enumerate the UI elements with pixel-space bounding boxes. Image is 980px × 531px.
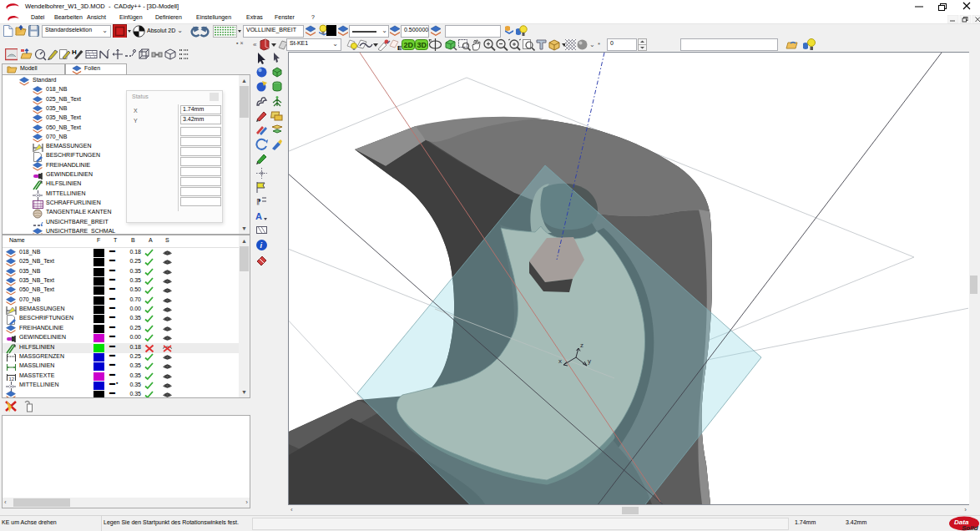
svg-text:H: H bbox=[72, 48, 77, 56]
svg-text:12: 12 bbox=[9, 377, 15, 382]
svg-text:3D: 3D bbox=[417, 41, 427, 49]
svg-text:A: A bbox=[255, 211, 262, 221]
svg-text:2D: 2D bbox=[404, 41, 414, 49]
svg-text:Solid: Solid bbox=[962, 524, 979, 531]
svg-text:x: x bbox=[558, 357, 562, 365]
svg-text:⁋: ⁋ bbox=[256, 198, 261, 206]
svg-text:z: z bbox=[580, 341, 583, 349]
svg-text:y: y bbox=[588, 357, 591, 365]
